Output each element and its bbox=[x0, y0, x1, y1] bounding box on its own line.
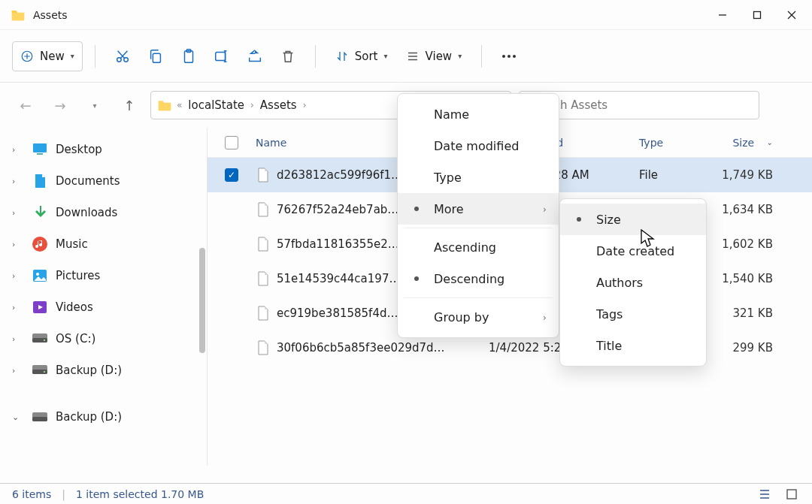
new-button[interactable]: New ▾ bbox=[12, 41, 83, 71]
svg-rect-7 bbox=[216, 52, 226, 60]
forward-button[interactable]: → bbox=[47, 92, 74, 119]
delete-button[interactable] bbox=[273, 41, 303, 71]
file-name: 51e14539c44ca197… bbox=[277, 272, 400, 285]
status-count: 6 items bbox=[12, 488, 51, 500]
breadcrumb-seg[interactable]: localState bbox=[186, 98, 246, 112]
svg-point-19 bbox=[44, 340, 45, 341]
sort-by-tags[interactable]: Tags bbox=[560, 298, 706, 330]
pictures-icon bbox=[32, 267, 48, 284]
close-button[interactable] bbox=[774, 0, 809, 30]
sidebar-item-desktop[interactable]: ›Desktop bbox=[3, 134, 204, 165]
sort-by-date-created[interactable]: Date created bbox=[560, 235, 706, 267]
back-button[interactable]: ← bbox=[12, 92, 39, 119]
sort-desc-icon: ⌄ bbox=[767, 138, 773, 146]
svg-rect-25 bbox=[787, 490, 796, 499]
share-button[interactable] bbox=[240, 41, 270, 71]
chevron-down-icon: ▾ bbox=[71, 52, 74, 60]
file-type: File bbox=[630, 168, 713, 182]
sort-by-size[interactable]: Size bbox=[560, 204, 706, 235]
chevron-down-icon[interactable]: ▾ bbox=[81, 92, 108, 119]
scrollbar-thumb[interactable] bbox=[199, 248, 205, 353]
up-button[interactable]: ↑ bbox=[116, 92, 143, 119]
minimize-button[interactable] bbox=[705, 0, 740, 30]
sidebar-item-pictures[interactable]: ›Pictures bbox=[3, 260, 204, 291]
chevron-right-icon: › bbox=[12, 240, 24, 249]
sidebar-item-backup-expanded[interactable]: ⌄ Backup (D:) bbox=[3, 401, 204, 433]
file-size: 1,634 KB bbox=[713, 203, 795, 216]
chevron-right-icon: › bbox=[303, 100, 307, 110]
chevron-right-icon: › bbox=[12, 145, 24, 155]
paste-button[interactable] bbox=[174, 41, 204, 71]
details-view-icon[interactable] bbox=[756, 486, 773, 502]
drive-icon bbox=[32, 330, 48, 347]
chevron-left-double-icon[interactable]: « bbox=[177, 100, 182, 110]
sidebar-item-label: Desktop bbox=[56, 143, 102, 156]
sort-more[interactable]: More› bbox=[398, 193, 559, 225]
sidebar-item-label: Backup (D:) bbox=[56, 364, 122, 377]
file-size: 1,540 KB bbox=[713, 272, 795, 285]
sort-more-submenu: Size Date created Authors Tags Title bbox=[559, 198, 707, 367]
sort-by-date-modified[interactable]: Date modified bbox=[398, 130, 559, 161]
sidebar-item-label: Documents bbox=[56, 174, 120, 188]
new-label: New bbox=[40, 50, 65, 63]
sort-button[interactable]: Sort ▾ bbox=[328, 41, 395, 71]
sidebar-item-downloads[interactable]: ›Downloads bbox=[3, 197, 204, 228]
sort-by-type[interactable]: Type bbox=[398, 161, 559, 193]
copy-button[interactable] bbox=[141, 41, 171, 71]
sort-by-authors[interactable]: Authors bbox=[560, 267, 706, 298]
svg-point-8 bbox=[502, 55, 505, 58]
videos-icon bbox=[32, 299, 48, 315]
cut-button[interactable] bbox=[108, 41, 138, 71]
file-icon bbox=[256, 237, 271, 252]
group-by[interactable]: Group by› bbox=[398, 301, 559, 333]
sort-descending[interactable]: Descending bbox=[398, 263, 559, 294]
sidebar-item-label: Pictures bbox=[56, 269, 100, 282]
file-name: d263812ac599f96f1… bbox=[277, 168, 402, 182]
chevron-down-icon: ▾ bbox=[458, 52, 462, 60]
sort-by-name[interactable]: Name bbox=[398, 98, 559, 130]
svg-rect-4 bbox=[153, 53, 160, 62]
row-checkbox[interactable]: ✓ bbox=[225, 168, 238, 182]
sidebar-item-documents[interactable]: ›Documents bbox=[3, 165, 204, 197]
view-button[interactable]: View ▾ bbox=[398, 41, 470, 71]
sort-by-title[interactable]: Title bbox=[560, 330, 706, 361]
sidebar-item-os-c-[interactable]: ›OS (C:) bbox=[3, 323, 204, 355]
sidebar-item-music[interactable]: ›Music bbox=[3, 228, 204, 260]
sort-ascending[interactable]: Ascending bbox=[398, 231, 559, 263]
chevron-right-icon: › bbox=[12, 366, 24, 376]
chevron-down-icon: ▾ bbox=[384, 52, 388, 60]
svg-rect-0 bbox=[754, 11, 761, 18]
sidebar: ›Desktop›Documents›Downloads›Music›Pictu… bbox=[0, 128, 207, 466]
more-button[interactable] bbox=[494, 41, 524, 71]
column-size[interactable]: Size ⌄ bbox=[713, 137, 795, 149]
view-label: View bbox=[426, 50, 453, 63]
select-all-checkbox[interactable] bbox=[225, 136, 238, 149]
file-icon bbox=[256, 202, 271, 217]
toolbar: New ▾ Sort ▾ View ▾ bbox=[0, 30, 812, 83]
chevron-right-icon: › bbox=[543, 204, 547, 215]
file-size: 299 KB bbox=[713, 341, 795, 355]
chevron-right-icon: › bbox=[12, 208, 24, 218]
file-size: 1,602 KB bbox=[713, 237, 795, 251]
sidebar-item-videos[interactable]: ›Videos bbox=[3, 291, 204, 323]
chevron-right-icon: › bbox=[12, 177, 24, 186]
thumbnails-view-icon[interactable] bbox=[783, 486, 800, 502]
sort-label: Sort bbox=[355, 50, 378, 63]
column-type[interactable]: Type bbox=[630, 137, 713, 149]
sidebar-item-label: Backup (D:) bbox=[56, 410, 122, 424]
file-size: 321 KB bbox=[713, 306, 795, 320]
sidebar-item-backup-d-[interactable]: ›Backup (D:) bbox=[3, 355, 204, 386]
search-input[interactable] bbox=[529, 98, 750, 112]
breadcrumb-seg[interactable]: Assets bbox=[259, 98, 298, 112]
file-size: 1,749 KB bbox=[713, 168, 795, 182]
file-icon bbox=[256, 340, 271, 355]
svg-point-15 bbox=[36, 273, 39, 276]
file-icon bbox=[256, 306, 271, 321]
rename-button[interactable] bbox=[207, 41, 237, 71]
maximize-button[interactable] bbox=[740, 0, 774, 30]
sidebar-item-label: Videos bbox=[56, 300, 93, 314]
svg-rect-24 bbox=[32, 417, 47, 421]
window-title: Assets bbox=[33, 9, 68, 21]
svg-point-22 bbox=[44, 371, 45, 373]
file-name: 30f06b6cb5a85f3ee029d7d… bbox=[277, 341, 445, 355]
